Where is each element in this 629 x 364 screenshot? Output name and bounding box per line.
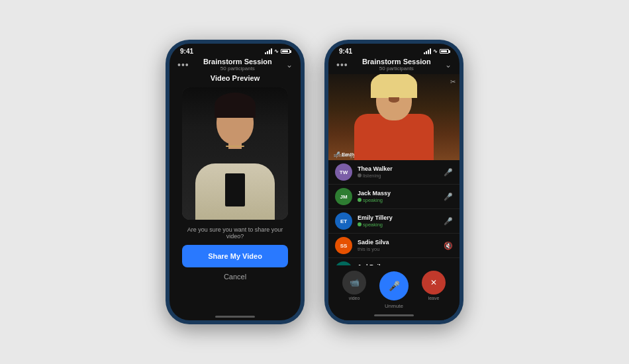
avatar: JB — [335, 261, 352, 265]
wifi-icon-right: ∿ — [433, 48, 438, 54]
call-screen: 🎤 Emily Tillery speaking ✂ TW Thea Walke… — [328, 74, 460, 320]
list-item: JB Jed Bailey 25 y.o. designer from Lond… — [328, 258, 460, 265]
battery-icon — [281, 49, 290, 54]
person-preview — [182, 87, 288, 220]
list-item: TW Thea Walker listening 🎤 — [328, 160, 460, 185]
chevron-down-icon-right[interactable]: ⌄ — [445, 60, 452, 69]
status-dot — [358, 173, 362, 177]
leave-label: leave — [428, 296, 440, 300]
signal-icon — [265, 48, 272, 54]
mic-on-icon: 🎤 — [444, 217, 453, 226]
participants-list: TW Thea Walker listening 🎤 JM — [328, 160, 460, 265]
video-label: video — [349, 296, 360, 300]
battery-icon-right — [440, 49, 449, 54]
mic-off-icon: 🎤 — [444, 168, 453, 177]
signal-icon-right — [424, 48, 431, 54]
call-header-left: ••• Brainstorm Session 50 participants ⌄ — [169, 56, 301, 74]
list-item: JM Jack Massy speaking 🎤 — [328, 185, 460, 209]
mic-off-icon: 🔇 — [444, 242, 453, 250]
header-center-left: Brainstorm Session 50 participants — [203, 58, 272, 71]
share-video-button[interactable]: Share My Video — [182, 245, 288, 267]
avatar: SS — [335, 237, 352, 254]
session-title-left: Brainstorm Session — [203, 58, 272, 66]
wifi-icon: ∿ — [274, 48, 279, 54]
mute-icon: 🎤 — [379, 271, 409, 300]
status-icons-right: ∿ — [424, 48, 449, 54]
video-icon: 📹 — [342, 271, 366, 295]
video-preview-screen: Video Preview — [169, 74, 301, 312]
more-options-right[interactable]: ••• — [336, 60, 348, 70]
right-phone: 9:41 ∿ ••• Brainstorm Session 50 partici… — [324, 40, 463, 324]
time-right: 9:41 — [339, 48, 352, 55]
camera-preview — [182, 87, 288, 220]
bottom-controls: 📹 video 🎤 ✕ leave — [328, 265, 460, 320]
avatar: TW — [335, 163, 352, 181]
participant-info: Sadie Silva this is you — [358, 239, 438, 252]
unmute-label: Unmute — [385, 303, 403, 309]
status-bar-right: 9:41 ∿ — [328, 44, 460, 56]
header-center-right: Brainstorm Session 50 participants — [362, 58, 431, 71]
list-item: SS Sadie Silva this is you 🔇 — [328, 234, 460, 258]
status-icons-left: ∿ — [265, 48, 290, 54]
avatar: JM — [335, 188, 352, 205]
confirm-text: Are you sure you want to share your vide… — [169, 226, 301, 240]
left-phone: 9:41 ∿ ••• Brainstorm Session 50 partici… — [166, 40, 305, 324]
home-indicator-left — [215, 316, 255, 318]
active-speaker-video — [328, 74, 460, 160]
participant-info: Thea Walker listening — [358, 165, 438, 179]
participant-count-right: 50 participants — [362, 66, 431, 71]
home-indicator-right — [374, 314, 414, 316]
cancel-button[interactable]: Cancel — [224, 273, 246, 281]
status-dot — [358, 222, 362, 226]
status-bar-left: 9:41 ∿ — [169, 44, 301, 56]
status-dot — [358, 198, 362, 202]
session-title-right: Brainstorm Session — [362, 58, 431, 66]
more-options-left[interactable]: ••• — [177, 60, 189, 70]
active-video-feed: 🎤 Emily Tillery speaking ✂ — [328, 74, 460, 160]
leave-icon: ✕ — [422, 271, 446, 295]
corner-mic-icon: ✂ — [450, 78, 456, 85]
speaker-status: speaking — [334, 153, 352, 158]
time-left: 9:41 — [180, 48, 193, 55]
avatar: ET — [335, 212, 352, 230]
mute-button[interactable]: 🎤 — [379, 271, 409, 300]
chevron-down-icon-left[interactable]: ⌄ — [286, 60, 293, 69]
list-item: ET Emily Tillery speaking 🎤 — [328, 209, 460, 234]
mic-on-icon: 🎤 — [444, 193, 453, 201]
participant-info: Emily Tillery speaking — [358, 214, 438, 228]
video-button[interactable]: 📹 video — [342, 271, 366, 300]
call-header-right: ••• Brainstorm Session 50 participants ⌄ — [328, 56, 460, 74]
participant-info: Jack Massy speaking — [358, 190, 438, 203]
controls-row: 📹 video 🎤 ✕ leave — [342, 271, 446, 300]
preview-label: Video Preview — [211, 74, 260, 82]
participant-count-left: 50 participants — [203, 66, 272, 71]
leave-button[interactable]: ✕ leave — [422, 271, 446, 300]
